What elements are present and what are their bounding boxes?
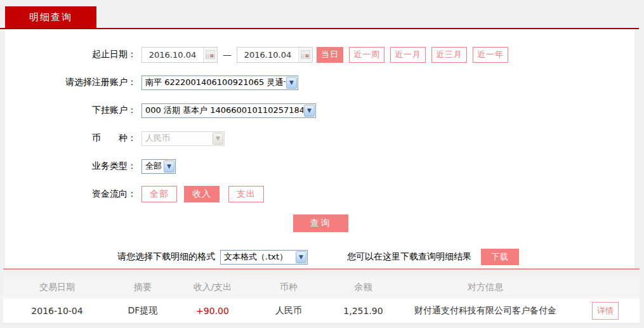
end-date-input[interactable]: 2016.10.04 bbox=[237, 47, 313, 63]
cell-currency: 人民币 bbox=[251, 305, 327, 317]
cell-amount: +90.00 bbox=[174, 306, 251, 316]
end-date-value: 2016.10.04 bbox=[237, 50, 298, 60]
cell-counterparty: 财付通支付科技有限公司客户备付金 bbox=[400, 305, 571, 317]
fund-flow-row: 资金流向： 全部 收入 支出 bbox=[5, 186, 634, 202]
header-balance: 余额 bbox=[327, 282, 400, 293]
results-table: 交易日期 摘要 收入/支出 币种 余额 对方信息 2016-10-04 DF提现… bbox=[3, 275, 640, 324]
cell-summary: DF提现 bbox=[111, 305, 174, 317]
fund-flow-label: 资金流向： bbox=[5, 188, 136, 200]
chevron-down-icon[interactable]: ▼ bbox=[286, 77, 297, 89]
detail-button[interactable]: 详情 bbox=[592, 302, 619, 320]
download-format-label: 请您选择下载明细的格式 bbox=[117, 251, 215, 263]
sub-account-label: 下挂账户： bbox=[5, 105, 136, 116]
business-type-label: 业务类型： bbox=[5, 161, 136, 172]
currency-select: 人民币 ▼ bbox=[141, 131, 225, 146]
header-in-out: 收入/支出 bbox=[174, 282, 251, 293]
quick-range-today-button[interactable]: 当日 bbox=[317, 47, 343, 63]
fund-flow-income-button[interactable]: 收入 bbox=[184, 186, 220, 202]
date-range-row: 起止日期： 2016.10.04 — 2016.10.04 bbox=[5, 46, 634, 63]
chevron-down-icon[interactable]: ▼ bbox=[164, 161, 174, 173]
currency-label: 币 种： bbox=[5, 133, 136, 144]
download-format-value: 文本格式（.txt） bbox=[221, 251, 295, 263]
cell-balance: 1,251.90 bbox=[327, 306, 400, 316]
fund-flow-all-button[interactable]: 全部 bbox=[141, 186, 177, 202]
header-counterparty: 对方信息 bbox=[400, 282, 571, 293]
query-form-panel: 起止日期： 2016.10.04 — 2016.10.04 bbox=[5, 29, 634, 268]
end-date-calendar-button[interactable] bbox=[298, 48, 312, 62]
quick-range-month-button[interactable]: 近一月 bbox=[390, 47, 426, 63]
registered-account-row: 请选择注册账户： 南平 6222001406100921065 灵通卡 ▼ bbox=[5, 74, 634, 91]
results-separator bbox=[3, 268, 640, 270]
detail-query-page: 明细查询 起止日期： 2016.10.04 — 2016.10.04 bbox=[0, 0, 644, 328]
download-format-select[interactable]: 文本格式（.txt） ▼ bbox=[220, 250, 308, 265]
registered-account-label: 请选择注册账户： bbox=[5, 77, 136, 88]
sub-account-value: 000 活期 基本户 1406600101102571848 bbox=[142, 105, 303, 116]
chevron-down-icon: ▼ bbox=[213, 133, 223, 145]
header-summary: 摘要 bbox=[111, 282, 174, 293]
quick-range-quarter-button[interactable]: 近三月 bbox=[431, 47, 467, 63]
tab-detail-query[interactable]: 明细查询 bbox=[5, 6, 96, 28]
sub-account-select[interactable]: 000 活期 基本户 1406600101102571848 ▼ bbox=[141, 103, 316, 118]
sub-account-row: 下挂账户： 000 活期 基本户 1406600101102571848 ▼ bbox=[5, 102, 634, 119]
currency-row: 币 种： 人民币 ▼ bbox=[5, 130, 634, 147]
start-date-input[interactable]: 2016.10.04 bbox=[141, 47, 218, 63]
business-type-value: 全部 bbox=[142, 161, 163, 172]
calendar-icon bbox=[301, 50, 310, 59]
fund-flow-expense-button[interactable]: 支出 bbox=[228, 186, 264, 202]
download-hint-text: 您可以在这里下载查询明细结果 bbox=[347, 251, 471, 263]
date-range-label: 起止日期： bbox=[5, 49, 136, 60]
currency-value: 人民币 bbox=[142, 133, 212, 144]
chevron-down-icon[interactable]: ▼ bbox=[304, 105, 315, 117]
quick-range-year-button[interactable]: 近一年 bbox=[473, 47, 508, 63]
table-row: 2016-10-04 DF提现 +90.00 人民币 1,251.90 财付通支… bbox=[3, 299, 640, 324]
download-row: 请您选择下载明细的格式 文本格式（.txt） ▼ 您可以在这里下载查询明细结果 … bbox=[5, 249, 634, 265]
download-button[interactable]: 下载 bbox=[481, 249, 519, 265]
start-date-calendar-button[interactable] bbox=[203, 48, 217, 62]
chevron-down-icon[interactable]: ▼ bbox=[296, 251, 306, 263]
tab-bar: 明细查询 bbox=[0, 0, 644, 28]
header-currency: 币种 bbox=[251, 282, 327, 293]
date-range-separator: — bbox=[223, 49, 232, 60]
calendar-icon bbox=[206, 50, 215, 59]
business-type-row: 业务类型： 全部 ▼ bbox=[5, 158, 634, 174]
quick-range-week-button[interactable]: 近一周 bbox=[349, 47, 384, 63]
start-date-value: 2016.10.04 bbox=[142, 50, 203, 60]
query-button[interactable]: 查询 bbox=[293, 214, 348, 232]
registered-account-select[interactable]: 南平 6222001406100921065 灵通卡 ▼ bbox=[141, 75, 298, 90]
header-date: 交易日期 bbox=[3, 282, 111, 293]
business-type-select[interactable]: 全部 ▼ bbox=[141, 159, 176, 174]
cell-date: 2016-10-04 bbox=[3, 306, 111, 316]
table-header-row: 交易日期 摘要 收入/支出 币种 余额 对方信息 bbox=[3, 275, 640, 299]
registered-account-value: 南平 6222001406100921065 灵通卡 bbox=[142, 77, 286, 88]
